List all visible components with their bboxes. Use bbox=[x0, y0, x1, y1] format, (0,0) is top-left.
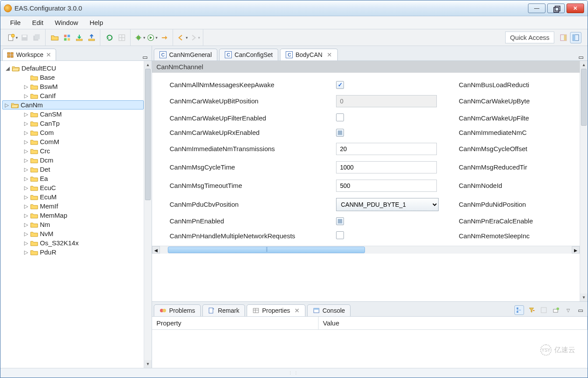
view-menu-dropdown[interactable]: ▽ bbox=[563, 305, 573, 315]
close-tab-icon[interactable]: ✕ bbox=[294, 307, 300, 314]
menu-help[interactable]: Help bbox=[85, 18, 107, 28]
svg-rect-3 bbox=[23, 35, 27, 37]
bottom-tab-remark[interactable]: Remark bbox=[202, 304, 245, 316]
rlabel-2: CanNmCarWakeUpFilte bbox=[459, 114, 580, 122]
remark-icon bbox=[208, 307, 215, 314]
back-button[interactable] bbox=[177, 32, 188, 43]
tree-item-ecuc[interactable]: ▷EcuC bbox=[2, 183, 144, 192]
scroll-thumb[interactable] bbox=[145, 69, 151, 200]
tree-item-memif[interactable]: ▷MemIf bbox=[2, 201, 144, 211]
filter-icon[interactable] bbox=[527, 305, 536, 315]
svg-rect-20 bbox=[564, 35, 567, 41]
CanNmCarWakeUpRxEnabled-checkbox[interactable] bbox=[336, 129, 344, 137]
scroll-right-icon[interactable]: ▶ bbox=[572, 246, 580, 254]
tree-item-cansm[interactable]: ▷CanSM bbox=[2, 110, 144, 119]
editor-h-scrollbar[interactable]: ◀ ▶ bbox=[152, 246, 580, 254]
refresh-button[interactable] bbox=[104, 32, 115, 43]
tree-item-cannm[interactable]: ▷CanNm bbox=[2, 100, 144, 110]
tree-item-com[interactable]: ▷Com bbox=[2, 128, 144, 137]
tree-scrollbar[interactable]: ▲ ▼ bbox=[144, 61, 152, 368]
view-menu-icon[interactable]: ▭ bbox=[140, 54, 150, 60]
pin-icon[interactable] bbox=[551, 305, 561, 315]
CanNmPnEnabled-checkbox[interactable] bbox=[336, 217, 344, 225]
menu-file[interactable]: File bbox=[6, 18, 25, 28]
save-all-button[interactable] bbox=[31, 32, 43, 43]
tree-item-ecum[interactable]: ▷EcuM bbox=[2, 192, 144, 201]
module-config-button[interactable] bbox=[61, 32, 73, 43]
CanNmCarWakeUpBitPosition-input[interactable] bbox=[336, 95, 437, 107]
tree-root[interactable]: ◢DefaultECU bbox=[2, 64, 144, 73]
h-scroll-thumb[interactable] bbox=[168, 247, 365, 253]
tree-item-nm[interactable]: ▷Nm bbox=[2, 220, 144, 229]
CanNmCarWakeUpFilterEnabled-checkbox[interactable] bbox=[336, 113, 344, 121]
tree-item-base[interactable]: Base bbox=[2, 73, 144, 82]
CanNmImmediateNmTransmissions-input[interactable] bbox=[336, 143, 437, 155]
tree-item-comm[interactable]: ▷ComM bbox=[2, 137, 144, 146]
new-button[interactable] bbox=[7, 32, 18, 43]
bottom-tab-console[interactable]: Console bbox=[307, 304, 351, 316]
tree-item-pdur[interactable]: ▷PduR bbox=[2, 247, 144, 257]
svg-rect-25 bbox=[7, 55, 10, 57]
grid-button[interactable] bbox=[116, 32, 128, 43]
tab-cannmgeneral[interactable]: CCanNmGeneral bbox=[154, 49, 217, 60]
workspace-tab[interactable]: Workspce ✕ bbox=[2, 49, 56, 60]
perspective-button[interactable] bbox=[570, 32, 581, 43]
v-scroll-thumb[interactable] bbox=[581, 69, 587, 126]
tab-bodycan[interactable]: CBodyCAN✕ bbox=[280, 49, 337, 60]
scroll-down-icon[interactable]: ▼ bbox=[580, 293, 588, 301]
tree-item-nvm[interactable]: ▷NvM bbox=[2, 229, 144, 238]
tree-item-canif[interactable]: ▷CanIf bbox=[2, 91, 144, 100]
svg-rect-10 bbox=[76, 39, 82, 40]
config-icon: C bbox=[159, 51, 166, 58]
tree-item-det[interactable]: ▷Det bbox=[2, 165, 144, 174]
debug-dropdown[interactable] bbox=[134, 32, 145, 43]
open-folder-button[interactable] bbox=[49, 32, 60, 43]
CanNmPnHandleMultipleNetworkRequests-checkbox[interactable] bbox=[336, 231, 344, 239]
step-button[interactable] bbox=[159, 32, 170, 43]
CanNmMsgCycleTime-input[interactable] bbox=[336, 161, 437, 173]
export-button[interactable] bbox=[86, 32, 97, 43]
tree-item-os_s32k14x[interactable]: ▷Os_S32K14x bbox=[2, 238, 144, 247]
close-button[interactable]: ✕ bbox=[567, 4, 584, 13]
config-icon: C bbox=[286, 51, 293, 58]
svg-point-28 bbox=[163, 309, 166, 312]
import-button[interactable] bbox=[74, 32, 85, 43]
minimize-button[interactable]: — bbox=[528, 4, 545, 13]
menu-window[interactable]: Window bbox=[50, 18, 82, 28]
close-tab-icon[interactable]: ✕ bbox=[46, 51, 51, 58]
forward-button[interactable] bbox=[189, 32, 200, 43]
close-tab-icon[interactable]: ✕ bbox=[327, 51, 332, 58]
CanNmCarWakeUpFilterEnabled-label: CanNmCarWakeUpFilterEnabled bbox=[170, 114, 336, 122]
CanNmAllNmMessagesKeepAwake-checkbox[interactable] bbox=[336, 81, 344, 89]
menu-edit[interactable]: Edit bbox=[28, 18, 48, 28]
tree-item-crc[interactable]: ▷Crc bbox=[2, 146, 144, 155]
maximize-button[interactable] bbox=[547, 4, 565, 13]
project-tree[interactable]: ◢DefaultECUBase▷BswM▷CanIf▷CanNm▷CanSM▷C… bbox=[0, 61, 144, 368]
tree-view-icon[interactable] bbox=[514, 305, 524, 315]
CanNmMsgCycleTime-label: CanNmMsgCycleTime bbox=[170, 163, 336, 171]
tree-item-ea[interactable]: ▷Ea bbox=[2, 174, 144, 183]
scroll-down-icon[interactable]: ▼ bbox=[144, 360, 152, 368]
bottom-tab-problems[interactable]: Problems bbox=[154, 304, 201, 316]
tab-canconfigset[interactable]: CCanConfigSet bbox=[219, 49, 278, 60]
bottom-tab-properties[interactable]: Properties✕ bbox=[247, 304, 305, 316]
run-dropdown[interactable] bbox=[146, 32, 158, 43]
editor-v-scrollbar[interactable]: ▲ ▼ bbox=[580, 61, 588, 301]
tree-item-dcm[interactable]: ▷Dcm bbox=[2, 155, 144, 165]
save-button[interactable] bbox=[19, 32, 30, 43]
scroll-left-icon[interactable]: ◀ bbox=[152, 246, 160, 254]
bottom-minimize-icon[interactable]: ▭ bbox=[576, 305, 585, 315]
tree-item-memmap[interactable]: ▷MemMap bbox=[2, 211, 144, 220]
scroll-up-icon[interactable]: ▲ bbox=[580, 61, 588, 69]
perspective-open-button[interactable] bbox=[558, 32, 569, 43]
quick-access[interactable]: Quick Access bbox=[505, 32, 554, 43]
tree-item-cantp[interactable]: ▷CanTp bbox=[2, 119, 144, 128]
CanNmPduCbvPosition-select[interactable]: CANNM_PDU_BYTE_1 bbox=[336, 198, 439, 211]
collapse-icon[interactable] bbox=[539, 305, 549, 315]
tree-item-bswm[interactable]: ▷BswM bbox=[2, 82, 144, 91]
svg-rect-9 bbox=[67, 38, 70, 41]
CanNmMsgTimeoutTime-input[interactable] bbox=[336, 180, 437, 192]
rlabel-3: CanNmImmediateNmC bbox=[459, 129, 580, 136]
editor-minimize-icon[interactable]: ▭ bbox=[576, 54, 586, 60]
scroll-up-icon[interactable]: ▲ bbox=[144, 61, 152, 69]
